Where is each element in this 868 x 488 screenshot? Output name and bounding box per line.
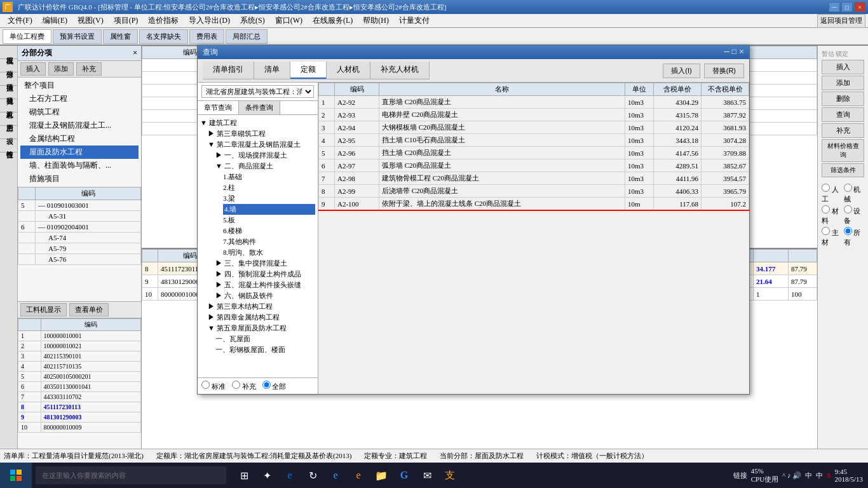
result-row[interactable]: 9A2-100依附于梁、墙上的混凝土线条 C20商品混凝土10m117.6810… <box>319 198 749 211</box>
table-row[interactable]: 5402500105000201 <box>18 372 141 382</box>
menu-file[interactable]: 文件(F) <box>3 14 37 27</box>
table-row[interactable]: 1100000010001 <box>18 331 141 341</box>
tab-measures[interactable]: 预算书设置 <box>53 29 102 44</box>
tree-whole-project[interactable]: 整个项目 <box>20 79 139 92</box>
result-row[interactable]: 3A2-94大钢模板墙 C20商品混凝土10m34120.243681.93 <box>319 121 749 134</box>
menu-project[interactable]: 项目(P) <box>109 14 144 27</box>
tree-concrete[interactable]: 混凝土及钢筋混凝土工... <box>20 119 139 132</box>
menu-price-index[interactable]: 造价指标 <box>143 14 184 27</box>
chapter-search-tab[interactable]: 章节查询 <box>198 101 239 114</box>
task-icon-edge[interactable]: e <box>281 466 299 484</box>
tree-measures[interactable]: 措施项目 <box>20 172 139 186</box>
supplement-right-btn[interactable]: 补充 <box>822 123 864 138</box>
taskbar-search-input[interactable] <box>36 466 226 484</box>
tab-fenbufenxiang[interactable]: 单位工程费 <box>3 29 51 44</box>
tree-ch4-metal[interactable]: ▶ 第四章金属结构工程 <box>208 312 315 323</box>
table-row[interactable]: 10800000010009 <box>18 423 141 433</box>
tab-supplement-workers[interactable]: 补充人材机 <box>370 62 430 79</box>
menu-system[interactable]: 系统(S) <box>235 14 270 27</box>
result-row[interactable]: 8A2-99后浇墙带 C20商品混凝土10m34406.333965.79 <box>319 185 749 198</box>
tab-others[interactable]: 属性窗 <box>103 29 138 44</box>
tree-ch2-concrete[interactable]: ▼ 第二章混凝土及钢筋混凝土 <box>208 139 315 150</box>
tree-joint[interactable]: ▶ 五、混凝土构件接头嵌缝 <box>215 280 315 290</box>
task-icon-folder[interactable]: 📁 <box>372 466 390 484</box>
supplement-btn[interactable]: 补充 <box>76 62 102 76</box>
task-icon-2[interactable]: ✦ <box>258 466 276 484</box>
result-row[interactable]: 6A2-97弧形墙 C20商品混凝土10m34289.513852.67 <box>319 159 749 172</box>
tree-other-components[interactable]: 7.其他构件 <box>223 236 315 247</box>
quota-lib-select[interactable]: 湖北省房屋建筑与装饰工程：消耗量定额 <box>201 85 314 98</box>
tab-fee[interactable]: 名支撑缺失 <box>139 29 188 44</box>
table-row[interactable]: 9481301290003 <box>18 412 141 423</box>
chk-main-material[interactable]: 主材 <box>822 227 843 247</box>
menu-help[interactable]: 帮助(H) <box>358 14 394 27</box>
tree-beam[interactable]: 3.梁 <box>223 193 315 204</box>
radio-all[interactable]: 全部 <box>262 381 287 391</box>
table-row[interactable]: A5-74 <box>18 233 141 243</box>
dialog-insert-btn[interactable]: 插入(I) <box>663 64 700 78</box>
table-row[interactable]: A5-76 <box>18 254 141 265</box>
panel-close[interactable]: × <box>133 48 137 58</box>
tab-fee2[interactable]: 费用表 <box>189 29 224 44</box>
vtab-fee[interactable]: 费用汇总 <box>0 112 17 126</box>
tree-roof[interactable]: 屋面及防水工程 <box>20 146 139 159</box>
tree-ch3-masonry[interactable]: ▶ 第三章砌筑工程 <box>208 128 315 139</box>
table-row[interactable]: A5-31 <box>18 211 141 222</box>
filter-btn[interactable]: 筛选条件 <box>822 163 864 177</box>
task-icon-ie2[interactable]: e <box>349 466 367 484</box>
menu-view[interactable]: 视图(V) <box>72 14 109 27</box>
tab-total[interactable]: 局部汇总 <box>226 29 268 44</box>
tree-wall-deco[interactable]: 墙、柱面装饰与隔断、... <box>20 159 139 172</box>
tab-list[interactable]: 清单 <box>254 62 290 79</box>
table-row[interactable]: A5-79 <box>18 243 141 254</box>
tab-quota[interactable]: 定额 <box>290 62 327 79</box>
tree-masonry[interactable]: 砌筑工程 <box>20 105 139 119</box>
menu-edit[interactable]: 编辑(E) <box>37 14 72 27</box>
material-price-btn[interactable]: 材料价格查询 <box>822 139 864 162</box>
result-row[interactable]: 4A2-95挡土墙 C10毛石商品混凝土10m33443.183074.28 <box>319 134 749 147</box>
dialog-close-btn[interactable]: × <box>739 47 744 57</box>
chk-machine[interactable]: 机械 <box>844 184 865 204</box>
insert-btn[interactable]: 插入 <box>20 62 46 76</box>
menu-payment[interactable]: 计量支付 <box>394 14 435 27</box>
tree-earthwork[interactable]: 土石方工程 <box>20 92 139 105</box>
tree-ch3-wood[interactable]: ▶ 第三章木结构工程 <box>208 301 315 312</box>
chk-worker[interactable]: 人工 <box>822 184 843 204</box>
start-button[interactable] <box>0 463 32 488</box>
tree-stair[interactable]: 6.楼梯 <box>223 226 315 236</box>
close-btn[interactable]: × <box>854 2 865 12</box>
tab-workers[interactable]: 人材机 <box>327 62 370 79</box>
task-icon-g[interactable]: G <box>395 466 413 484</box>
add-right-btn[interactable]: 添加 <box>822 76 864 90</box>
task-icon-pay[interactable]: 支 <box>441 466 459 484</box>
tree-site-mix[interactable]: ▶ 一、现场搅拌混凝土 <box>215 150 315 161</box>
task-icon-3[interactable]: ↻ <box>304 466 322 484</box>
table-row[interactable]: 8451117230113 <box>18 402 141 412</box>
vtab-overview[interactable]: 工程概况 <box>0 46 17 59</box>
tab-list-guide[interactable]: 清单指引 <box>203 62 254 79</box>
tree-metal[interactable]: 金属结构工程 <box>20 132 139 146</box>
tree-ditch[interactable]: 8.明沟、散水 <box>223 247 315 258</box>
minimize-btn[interactable]: ─ <box>829 2 840 12</box>
tree-tile-roof[interactable]: 一、瓦屋面 <box>215 334 315 344</box>
maximize-btn[interactable]: □ <box>841 2 853 12</box>
chk-equipment[interactable]: 设备 <box>844 205 865 226</box>
view-price-btn[interactable]: 查看单价 <box>69 303 109 316</box>
vtab-report[interactable]: 报表 <box>0 126 17 139</box>
result-row[interactable]: 5A2-96挡土墙 C20商品混凝土10m34147.563709.88 <box>319 147 749 159</box>
table-row[interactable]: 4402115710135 <box>18 362 141 372</box>
delete-right-btn[interactable]: 删除 <box>822 92 864 106</box>
toolbar-return[interactable]: 返回项目管理 <box>817 14 865 28</box>
query-right-btn[interactable]: 查询 <box>822 107 864 122</box>
return-project-btn[interactable]: 返回项目管理 <box>817 14 865 28</box>
result-row[interactable]: 2A2-93电梯井壁 C20商品混凝土10m34315.783877.92 <box>319 109 749 121</box>
table-row[interactable]: 7443303110702 <box>18 392 141 402</box>
task-icon-ie[interactable]: e <box>327 466 344 484</box>
table-row[interactable]: 6— 010902004001 <box>18 222 141 233</box>
tree-steel-panel[interactable]: 一、彩钢板屋面、楼面 <box>215 344 315 355</box>
table-row[interactable]: 2100000010021 <box>18 341 141 351</box>
result-row[interactable]: 1A2-92直形墙 C20商品混凝土10m34304.293863.75 <box>319 96 749 109</box>
add-btn[interactable]: 添加 <box>48 62 74 76</box>
dialog-replace-btn[interactable]: 替换(R) <box>704 64 744 78</box>
dialog-min-btn[interactable]: ─ <box>724 47 729 57</box>
